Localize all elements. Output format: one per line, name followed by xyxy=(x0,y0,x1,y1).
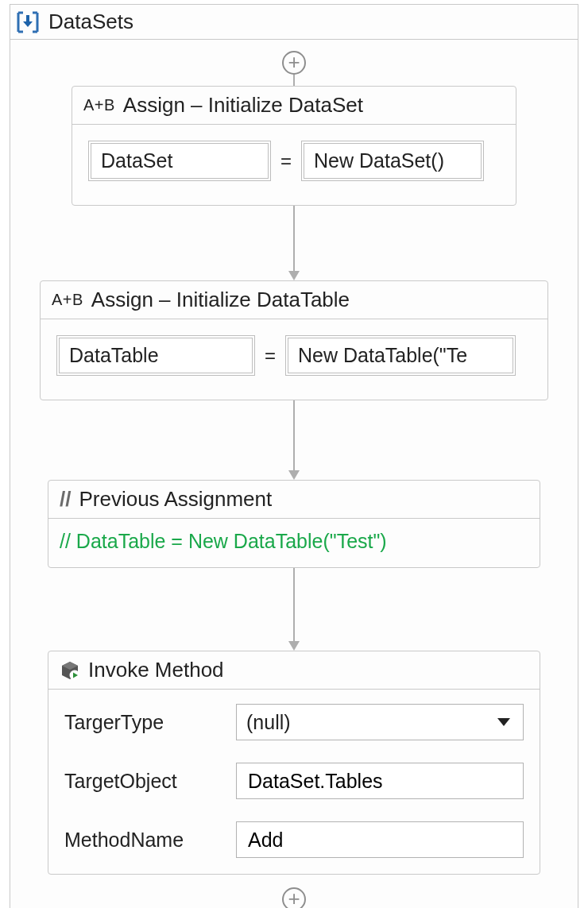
assign-value-input[interactable] xyxy=(312,149,473,173)
target-object-input[interactable] xyxy=(246,769,513,794)
sequence-body: + A+B Assign – Initialize DataSet = xyxy=(10,40,578,908)
method-name-input[interactable] xyxy=(246,828,513,852)
assign-icon: A+B xyxy=(52,291,83,309)
cube-play-icon xyxy=(60,660,80,681)
comment-activity-previous-assignment[interactable]: // Previous Assignment // DataTable = Ne… xyxy=(48,480,540,568)
workflow-canvas: DataSets + A+B Assign – Initialize DataS… xyxy=(0,4,588,908)
connector xyxy=(288,568,300,651)
datasets-icon xyxy=(15,11,41,33)
activity-title: Previous Assignment xyxy=(79,487,272,512)
equals-label: = xyxy=(280,150,292,172)
invoke-body: TargerType (null) TargetObject MethodNam… xyxy=(48,690,540,874)
activity-header[interactable]: A+B Assign – Initialize DataTable xyxy=(41,281,547,319)
activity-header[interactable]: // Previous Assignment xyxy=(48,481,540,519)
assign-to-input[interactable] xyxy=(99,149,260,173)
comment-icon: // xyxy=(60,487,71,512)
invoke-method-activity[interactable]: Invoke Method TargerType (null) TargetOb… xyxy=(48,651,540,875)
activity-header[interactable]: Invoke Method xyxy=(48,651,540,690)
add-icon: + xyxy=(288,888,300,908)
sequence-header[interactable]: DataSets xyxy=(10,5,578,40)
activity-title: Assign – Initialize DataTable xyxy=(91,288,350,312)
target-type-label: TargerType xyxy=(64,711,223,734)
assign-body: = xyxy=(41,319,547,400)
connector xyxy=(288,400,300,480)
target-type-select[interactable]: (null) xyxy=(236,704,524,740)
assign-icon: A+B xyxy=(83,96,115,114)
connector xyxy=(288,206,300,280)
assign-to-input[interactable] xyxy=(68,343,244,368)
sequence-title: DataSets xyxy=(48,10,133,34)
equals-label: = xyxy=(265,345,276,367)
target-object-label: TargetObject xyxy=(64,770,223,793)
sequence-activity[interactable]: DataSets + A+B Assign – Initialize DataS… xyxy=(10,4,578,908)
target-type-value: (null) xyxy=(246,711,291,734)
assign-value-field[interactable] xyxy=(301,141,484,181)
assign-activity-initialize-datatable[interactable]: A+B Assign – Initialize DataTable = xyxy=(40,280,548,400)
chevron-down-icon xyxy=(497,718,510,726)
activity-title: Assign – Initialize DataSet xyxy=(123,93,363,118)
assign-activity-initialize-dataset[interactable]: A+B Assign – Initialize DataSet = xyxy=(72,86,516,206)
activity-header[interactable]: A+B Assign – Initialize DataSet xyxy=(72,87,516,125)
activity-title: Invoke Method xyxy=(88,658,224,682)
add-icon: + xyxy=(288,52,300,72)
add-activity-top[interactable]: + xyxy=(282,51,306,75)
comment-body: // DataTable = New DataTable("Test") xyxy=(48,519,540,567)
connector xyxy=(293,75,295,86)
assign-value-field[interactable] xyxy=(285,335,516,376)
assign-to-field[interactable] xyxy=(88,141,271,181)
assign-to-field[interactable] xyxy=(56,335,255,376)
assign-value-input[interactable] xyxy=(296,343,505,368)
assign-body: = xyxy=(72,125,516,205)
method-name-label: MethodName xyxy=(64,829,223,852)
method-name-field[interactable] xyxy=(236,821,524,858)
target-object-field[interactable] xyxy=(236,763,524,799)
add-activity-bottom[interactable]: + xyxy=(282,887,306,908)
